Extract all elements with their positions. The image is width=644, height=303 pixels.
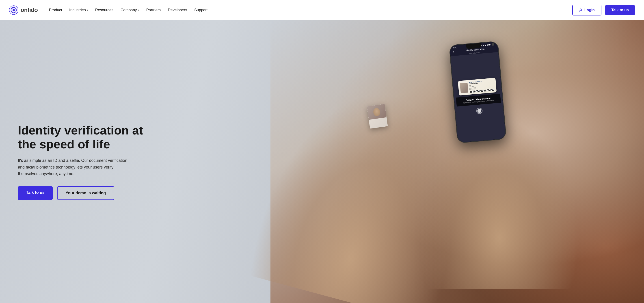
nav-link-product[interactable]: Product — [46, 6, 65, 14]
svg-point-3 — [11, 8, 12, 9]
svg-point-2 — [12, 9, 15, 11]
brand-name: onfido — [20, 6, 38, 14]
id-card-head — [373, 107, 381, 116]
chevron-down-icon-company: ▾ — [138, 9, 139, 11]
hero-buttons: Talk to us Your demo is waiting — [18, 186, 144, 200]
svg-point-5 — [580, 9, 582, 10]
phone-screen: 9:41 ▲▲▲ WiFi ⬛ ‹ Identity verification … — [450, 42, 506, 142]
user-icon — [579, 8, 582, 12]
nav-links: Product Industries ▾ Resources Company ▾ — [46, 6, 211, 14]
id-card-info: New York State DRIVER LICENSE DOEJANE SM… — [468, 80, 494, 93]
nav-item-developers[interactable]: Developers — [165, 6, 190, 14]
svg-point-4 — [15, 8, 16, 9]
phone-id-card: New York State DRIVER LICENSE DOEJANE SM… — [458, 78, 496, 96]
nav-left: onfido Product Industries ▾ Resources — [9, 6, 211, 15]
nav-item-company[interactable]: Company ▾ — [118, 6, 142, 14]
nav-link-partners[interactable]: Partners — [143, 6, 164, 14]
hero-subtext: It's as simple as an ID and a selfie. Ou… — [18, 157, 134, 177]
phone-mockup: 9:41 ▲▲▲ WiFi ⬛ ‹ Identity verification … — [449, 41, 507, 143]
phone-label-area: Front of driver's license Position the f… — [456, 94, 501, 106]
nav-link-company[interactable]: Company ▾ — [118, 6, 142, 14]
nav-item-support[interactable]: Support — [191, 6, 211, 14]
navigation: onfido Product Industries ▾ Resources — [0, 0, 644, 20]
nav-link-industries[interactable]: Industries ▾ — [66, 6, 91, 14]
background-id-card — [367, 104, 388, 129]
id-card-photo — [460, 82, 468, 93]
logo[interactable]: onfido — [9, 6, 38, 15]
login-button[interactable]: Login — [572, 5, 602, 16]
phone-back-icon: ‹ — [453, 50, 454, 53]
demo-button[interactable]: Your demo is waiting — [57, 186, 114, 200]
phone-body: 9:41 ▲▲▲ WiFi ⬛ ‹ Identity verification … — [449, 41, 507, 143]
nav-item-product[interactable]: Product — [46, 6, 65, 14]
nav-link-support[interactable]: Support — [191, 6, 211, 14]
phone-content-area: New York State DRIVER LICENSE DOEJANE SM… — [450, 52, 506, 142]
nav-right: Login Talk to us — [572, 5, 635, 16]
nav-item-partners[interactable]: Partners — [143, 6, 164, 14]
chevron-down-icon: ▾ — [87, 9, 88, 11]
hero-headline: Identity verification at the speed of li… — [18, 123, 144, 151]
phone-capture-button[interactable] — [476, 107, 483, 114]
phone-capture-inner — [477, 109, 482, 113]
hand-right-decoration — [418, 119, 580, 289]
nav-link-developers[interactable]: Developers — [165, 6, 190, 14]
hero-content: Identity verification at the speed of li… — [0, 123, 161, 200]
talk-to-us-hero-button[interactable]: Talk to us — [18, 186, 53, 200]
nav-item-resources[interactable]: Resources — [92, 6, 116, 14]
hero-section: 9:41 ▲▲▲ WiFi ⬛ ‹ Identity verification … — [0, 20, 644, 303]
nav-item-industries[interactable]: Industries ▾ — [66, 6, 91, 14]
nav-link-resources[interactable]: Resources — [92, 6, 116, 14]
talk-to-us-nav-button[interactable]: Talk to us — [605, 5, 635, 15]
id-card-face — [367, 104, 387, 120]
